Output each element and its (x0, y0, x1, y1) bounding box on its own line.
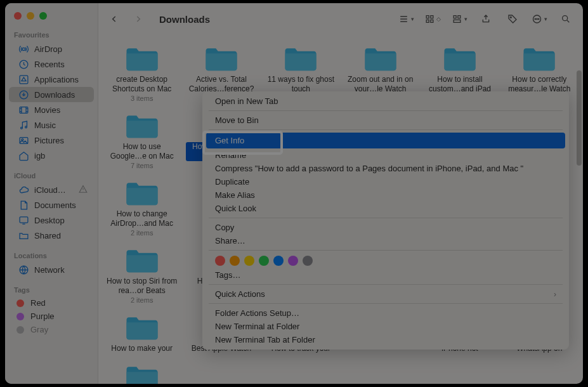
folder-item[interactable]: create Desktop Shortcuts on Mac3 items (103, 41, 180, 105)
folder-item-count: 7 items (131, 162, 153, 169)
folder-item[interactable]: How to use Google…e on Mac7 items (103, 108, 180, 172)
tag-color-button[interactable] (259, 256, 269, 266)
svg-point-21 (537, 18, 537, 19)
sidebar-item-label: Downloads (34, 90, 75, 100)
view-grid-button[interactable]: ◇ (424, 13, 441, 25)
sidebar-item-documents[interactable]: Documents (9, 197, 94, 213)
view-list-button[interactable]: ▾ (398, 13, 414, 25)
separator (209, 129, 563, 130)
sidebar-item-label: iCloud… (34, 185, 66, 195)
svg-rect-17 (454, 20, 461, 22)
tag-color-button[interactable] (215, 256, 225, 266)
share-button[interactable] (478, 13, 494, 25)
network-icon (18, 264, 29, 275)
sidebar-item-network[interactable]: Network (9, 262, 94, 277)
sidebar-item-movies[interactable]: Movies (9, 102, 94, 117)
tag-label: Gray (30, 325, 48, 334)
ctx-duplicate[interactable]: Duplicate (202, 175, 569, 188)
music-icon (18, 119, 29, 131)
scrollbar[interactable] (577, 70, 582, 166)
sidebar: Favourites AirDrop Recents Applications … (5, 3, 98, 384)
favourites-label: Favourites (5, 29, 98, 41)
svg-rect-11 (426, 16, 429, 18)
fullscreen-button[interactable] (39, 12, 47, 20)
search-button[interactable] (558, 13, 574, 25)
back-button[interactable] (107, 12, 121, 26)
tag-color-button[interactable] (303, 256, 313, 266)
tags-label: Tags (5, 284, 98, 296)
close-button[interactable] (14, 12, 22, 20)
forward-button[interactable] (131, 12, 145, 26)
ctx-rename[interactable]: Rename (202, 148, 569, 162)
sidebar-item-icloud-drive[interactable]: iCloud… (9, 182, 94, 197)
folder-name: How to stop Siri from rea…or Beats (107, 277, 178, 296)
home-icon (18, 150, 29, 161)
shared-folder-icon (18, 230, 29, 241)
ctx-share[interactable]: Share… (202, 234, 569, 247)
folder-item[interactable]: How to make your (103, 310, 180, 356)
ctx-label: Quick Actions (215, 289, 265, 299)
tag-color-button[interactable] (273, 256, 284, 266)
sidebar-item-shared[interactable]: Shared (9, 228, 94, 243)
svg-point-6 (25, 126, 27, 128)
sidebar-item-applications[interactable]: Applications (9, 72, 94, 87)
tag-color-button[interactable] (244, 256, 254, 266)
sidebar-item-pictures[interactable]: Pictures (9, 133, 94, 148)
separator (209, 250, 563, 251)
ctx-open-new-tab[interactable]: Open in New Tab (202, 95, 569, 108)
svg-point-20 (535, 18, 535, 19)
sidebar-item-desktop[interactable]: Desktop (9, 213, 94, 228)
folder-item-count: 2 items (131, 296, 153, 304)
downloads-icon (18, 89, 29, 100)
ctx-folder-actions[interactable]: Folder Actions Setup… (202, 306, 569, 320)
sidebar-item-label: Network (34, 265, 65, 275)
sidebar-item-label: AirDrop (34, 44, 62, 54)
tag-color-button[interactable] (288, 256, 298, 266)
sidebar-item-downloads[interactable]: Downloads (9, 87, 94, 102)
folder-icon (283, 44, 318, 73)
sidebar-item-recents[interactable]: Recents (9, 56, 94, 72)
ctx-get-info[interactable]: Get Info (206, 133, 565, 148)
folder-item[interactable]: How to stop Siri from rea…or Beats2 item… (103, 243, 180, 306)
ctx-quick-actions[interactable]: Quick Actions› (202, 287, 569, 301)
svg-rect-13 (426, 20, 429, 22)
sidebar-item-home[interactable]: igb (9, 148, 94, 163)
folder-item[interactable]: Teach Siri to (103, 360, 180, 384)
svg-rect-9 (20, 216, 28, 222)
sidebar-item-label: Documents (34, 200, 76, 210)
ctx-copy[interactable]: Copy (202, 221, 569, 234)
ctx-make-alias[interactable]: Make Alias (202, 188, 569, 202)
sidebar-item-airdrop[interactable]: AirDrop (9, 41, 94, 56)
warning-icon (79, 185, 88, 195)
sidebar-item-label: Shared (34, 231, 61, 240)
ctx-tags[interactable]: Tags… (202, 268, 569, 282)
folder-icon (363, 44, 398, 73)
tag-red[interactable]: Red (5, 296, 98, 310)
sidebar-item-label: Pictures (34, 136, 64, 145)
ctx-quick-look[interactable]: Quick Look (202, 202, 569, 215)
separator (209, 284, 563, 285)
folder-name: How to make your (111, 344, 173, 353)
tag-gray[interactable]: Gray (5, 323, 98, 336)
tag-label: Red (30, 298, 46, 308)
folder-name: How to use Google…e on Mac (107, 142, 178, 161)
tag-dot-icon (16, 299, 24, 307)
page-title: Downloads (159, 14, 210, 25)
minimize-button[interactable] (27, 12, 34, 20)
tag-purple[interactable]: Purple (5, 310, 98, 323)
cloud-icon (18, 184, 29, 195)
ctx-move-to-bin[interactable]: Move to Bin (202, 114, 569, 127)
group-button[interactable]: ▾ (451, 13, 467, 25)
folder-name: How to change AirDrop…and Mac (107, 209, 178, 228)
folder-item[interactable]: How to change AirDrop…and Mac2 items (103, 176, 180, 239)
tags-button[interactable] (504, 13, 521, 25)
folder-icon (124, 246, 160, 275)
applications-icon (18, 74, 29, 85)
svg-point-23 (563, 16, 568, 21)
actions-button[interactable]: ▾ (531, 13, 547, 25)
sidebar-item-music[interactable]: Music (9, 117, 94, 133)
tag-color-button[interactable] (230, 256, 240, 266)
ctx-new-terminal[interactable]: New Terminal at Folder (202, 320, 569, 333)
ctx-new-terminal-tab[interactable]: New Terminal Tab at Folder (202, 333, 569, 346)
ctx-compress[interactable]: Compress "How to add a password to a Pag… (202, 162, 569, 175)
